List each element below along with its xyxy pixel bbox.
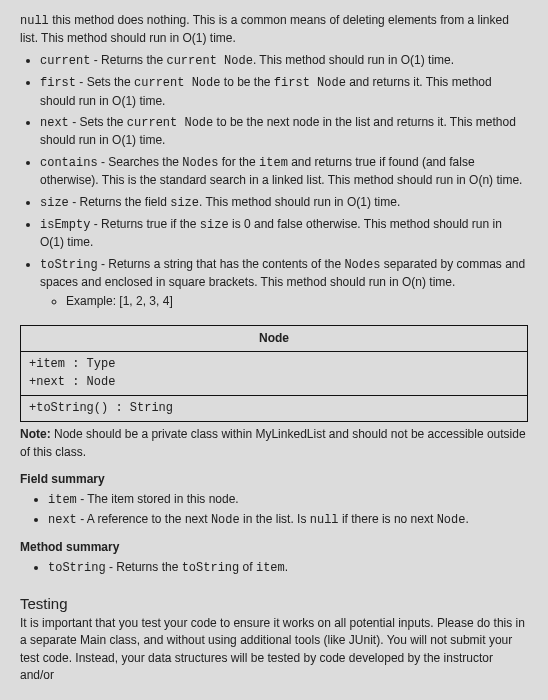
note-bold: Note: [20, 427, 51, 441]
field-item: item - The item stored in this node. [48, 491, 528, 509]
node-note: Note: Node should be a private class wit… [20, 426, 528, 461]
method-list: current - Returns the current Node. This… [20, 52, 528, 311]
field-next: next - A reference to the next Node in t… [48, 511, 528, 529]
intro-paragraph: null this method does nothing. This is a… [20, 12, 528, 48]
testing-text: It is important that you test your code … [20, 615, 528, 685]
method-contains: contains - Searches the Nodes for the it… [40, 154, 528, 190]
node-uml-fields: +item : Type +next : Node [21, 352, 528, 396]
testing-head: Testing [20, 593, 528, 615]
method-isempty: isEmpty - Returns true if the size is 0 … [40, 216, 528, 252]
method-current: current - Returns the current Node. This… [40, 52, 528, 70]
intro-text: this method does nothing. This is a comm… [20, 13, 509, 45]
method-next: next - Sets the current Node to be the n… [40, 114, 528, 150]
method-tostring: toString - Returns a string that has the… [40, 256, 528, 311]
node-uml-methods: +toString() : String [21, 396, 528, 422]
note-text: Node should be a private class within My… [20, 427, 526, 458]
tostring-example: Example: [1, 2, 3, 4] [66, 293, 528, 310]
method-summary-head: Method summary [20, 539, 528, 556]
method-size: size - Returns the field size. This meth… [40, 194, 528, 212]
intro-null: null [20, 14, 49, 28]
method-first: first - Sets the current Node to be the … [40, 74, 528, 110]
node-uml-header: Node [21, 325, 528, 351]
method-summary-tostring: toString - Returns the toString of item. [48, 559, 528, 577]
method-summary-list: toString - Returns the toString of item. [20, 559, 528, 577]
node-uml-table: Node +item : Type +next : Node +toString… [20, 325, 528, 423]
field-summary-head: Field summary [20, 471, 528, 488]
tostring-example-list: Example: [1, 2, 3, 4] [40, 293, 528, 310]
field-summary-list: item - The item stored in this node. nex… [20, 491, 528, 530]
